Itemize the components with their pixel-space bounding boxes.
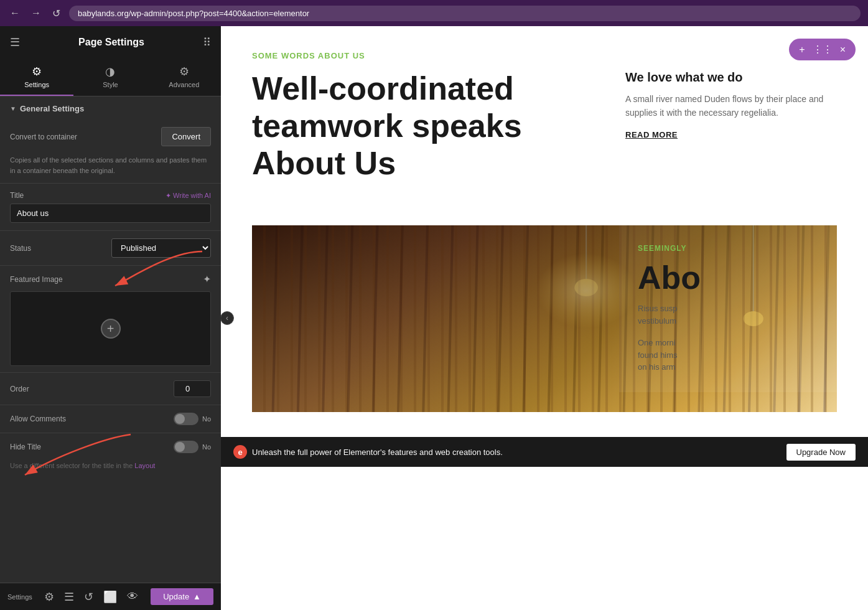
allow-comments-toggle[interactable]: No [174,413,211,425]
hide-title-value: No [202,443,211,451]
side-content: We love what we do A small river named D… [625,70,837,200]
side-title: We love what we do [625,70,837,85]
panel-tabs: ⚙ Settings ◑ Style ⚙ Advanced [0,59,221,96]
browser-chrome: ← → ↺ [0,0,868,26]
right-content: + ⋮⋮ × ‹ SOME WORDS ABOUT US Well-coordi… [221,26,868,610]
collapse-panel-button[interactable]: ‹ [221,311,234,325]
title-label-row: Title ✦ Write with AI [10,191,211,200]
divider-5 [0,405,221,405]
bottom-section-label: SEEMINGLY [638,244,818,253]
status-label: Status [10,244,31,253]
divider-6 [0,433,221,433]
featured-image-action-icon[interactable]: ✦ [203,273,211,285]
bottom-text-overlay: SEEMINGLY Abo Risus susp vestibulum One … [619,225,837,392]
promo-message: Unleash the full power of Elementor's fe… [252,448,503,457]
reload-button[interactable]: ↺ [50,5,63,22]
allow-comments-value: No [202,415,211,423]
divider-4 [0,372,221,373]
close-button[interactable]: × [838,43,848,57]
upgrade-button[interactable]: Upgrade Now [786,444,856,461]
main-layout: ☰ Page Settings ⠿ ⚙ Settings ◑ Style ⚙ A… [0,26,868,610]
float-toolbar: + ⋮⋮ × [789,39,856,60]
read-more-link[interactable]: READ MORE [625,130,837,139]
hide-title-note-text: Use a different selector for the title i… [10,462,133,469]
general-settings-header[interactable]: ▼ General Settings [0,96,221,121]
bottom-section-text-1: Risus susp vestibulum [638,303,818,327]
hamburger-icon[interactable]: ☰ [10,35,20,49]
update-label: Update [163,592,189,601]
grid-button[interactable]: ⋮⋮ [810,42,835,57]
allow-comments-label: Allow Comments [10,415,66,423]
add-section-button[interactable]: + [796,43,807,57]
hide-title-note: Use a different selector for the title i… [0,459,221,476]
advanced-tab-icon: ⚙ [179,65,189,78]
convert-note: Copies all of the selected sections and … [0,152,221,182]
section-title: General Settings [20,104,84,113]
hide-title-switch[interactable] [174,441,198,453]
collapse-panel-area: ‹ [221,311,234,325]
title-input[interactable] [10,204,211,223]
tab-advanced[interactable]: ⚙ Advanced [147,59,221,96]
address-bar[interactable] [69,6,861,21]
tab-settings[interactable]: ⚙ Settings [0,59,73,96]
bottom-section-title: Abo [638,259,818,296]
layout-link[interactable]: Layout [134,462,155,469]
website-content: SOME WORDS ABOUT US Well-coordinated tea… [221,26,868,437]
convert-label: Convert to container [10,133,77,141]
write-ai-button[interactable]: ✦ Write with AI [166,192,211,200]
update-button[interactable]: Update ▲ [151,588,213,605]
order-label: Order [10,385,29,393]
order-input[interactable] [174,380,211,397]
hero-title: Well-coordinated teamwork speaks About U… [252,70,600,182]
advanced-tab-label: Advanced [169,81,199,88]
settings-tab-icon: ⚙ [32,65,42,78]
bottom-text-line-2: vestibulum [638,315,818,327]
chevron-down-icon: ▼ [10,105,16,112]
side-text: A small river named Duden flows by their… [625,92,837,120]
elementor-logo: e [233,445,247,459]
allow-comments-row: Allow Comments No [0,406,221,431]
promo-text: e Unleash the full power of Elementor's … [233,445,503,459]
promo-bar: e Unleash the full power of Elementor's … [221,437,868,467]
hide-title-label: Hide Title [10,443,41,451]
update-arrow-icon: ▲ [193,592,201,601]
featured-image-header: Featured Image ✦ [0,267,221,289]
panel-content: ▼ General Settings Convert to container … [0,96,221,476]
bottom-text-line-5: on his arm [638,361,818,373]
convert-row: Convert to container Convert [0,121,221,152]
settings-tab-label: Settings [24,81,49,88]
content-grid: Well-coordinated teamwork speaks About U… [252,70,837,200]
style-tab-icon: ◑ [105,65,115,78]
forward-button[interactable]: → [29,5,44,21]
divider-1 [0,183,221,184]
allow-comments-switch[interactable] [174,413,198,425]
layers-icon[interactable]: ☰ [64,590,74,604]
back-button[interactable]: ← [7,5,22,21]
status-select[interactable]: Published Draft Pending Review [111,238,211,258]
responsive-icon[interactable]: ⬜ [103,590,117,604]
left-panel: ☰ Page Settings ⠿ ⚙ Settings ◑ Style ⚙ A… [0,26,221,610]
eye-icon[interactable]: 👁 [127,590,138,604]
bottom-text-line-1: Risus susp [638,303,818,315]
bottom-text-line-4: found hims [638,349,818,362]
add-image-icon: + [101,319,121,339]
tab-style[interactable]: ◑ Style [73,59,147,96]
convert-button[interactable]: Convert [161,127,211,146]
status-row: Status Published Draft Pending Review [0,232,221,264]
section-label: SOME WORDS ABOUT US [252,51,837,60]
bottom-text-line-3: One morni [638,337,818,349]
settings-label: Settings [7,593,32,601]
history-icon[interactable]: ↺ [84,590,93,604]
hide-title-toggle[interactable]: No [174,441,211,453]
featured-image-box[interactable]: + [10,291,211,366]
panel-header: ☰ Page Settings ⠿ [0,26,221,59]
hero-column: Well-coordinated teamwork speaks About U… [252,70,600,200]
divider-2 [0,230,221,231]
featured-image-actions: ✦ [203,273,211,285]
style-tab-label: Style [103,81,118,88]
gear-bottom-icon[interactable]: ⚙ [44,590,54,604]
featured-image-label: Featured Image [10,275,63,284]
title-label: Title [10,191,24,200]
grid-icon[interactable]: ⠿ [203,35,211,49]
bottom-bar: Settings ⚙ ☰ ↺ ⬜ 👁 Update ▲ [0,583,221,610]
